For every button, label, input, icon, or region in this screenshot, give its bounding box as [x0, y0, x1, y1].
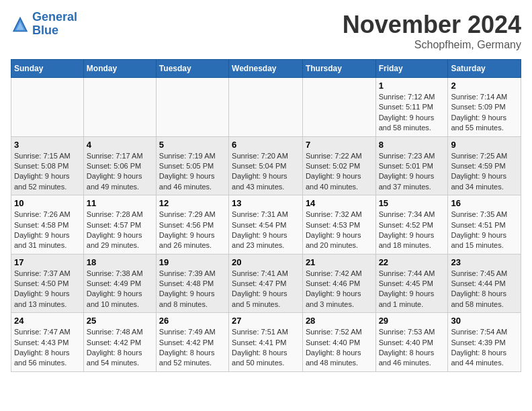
day-info: Sunrise: 7:48 AM Sunset: 4:42 PM Dayligh… — [87, 327, 153, 369]
calendar-day-cell: 1Sunrise: 7:12 AM Sunset: 5:11 PM Daylig… — [375, 78, 448, 137]
calendar-week-row: 10Sunrise: 7:26 AM Sunset: 4:58 PM Dayli… — [11, 195, 521, 255]
day-number: 29 — [379, 316, 445, 326]
calendar-day-cell: 15Sunrise: 7:34 AM Sunset: 4:52 PM Dayli… — [375, 195, 448, 255]
calendar-day-cell: 5Sunrise: 7:19 AM Sunset: 5:05 PM Daylig… — [156, 136, 228, 195]
location-title: Schopfheim, Germany — [343, 39, 521, 51]
calendar-day-cell — [83, 78, 156, 137]
calendar-day-cell: 11Sunrise: 7:28 AM Sunset: 4:57 PM Dayli… — [83, 195, 156, 255]
day-number: 5 — [159, 140, 226, 150]
calendar-week-row: 1Sunrise: 7:12 AM Sunset: 5:11 PM Daylig… — [11, 78, 521, 137]
calendar-day-cell: 20Sunrise: 7:41 AM Sunset: 4:47 PM Dayli… — [229, 254, 303, 313]
day-number: 28 — [306, 316, 373, 326]
weekday-header: Thursday — [302, 60, 375, 78]
weekday-header: Saturday — [448, 60, 521, 78]
day-info: Sunrise: 7:14 AM Sunset: 5:09 PM Dayligh… — [451, 92, 518, 134]
day-number: 20 — [232, 257, 300, 267]
day-info: Sunrise: 7:47 AM Sunset: 4:43 PM Dayligh… — [14, 327, 81, 369]
calendar-day-cell: 16Sunrise: 7:35 AM Sunset: 4:51 PM Dayli… — [448, 195, 521, 255]
calendar-day-cell: 4Sunrise: 7:17 AM Sunset: 5:06 PM Daylig… — [83, 136, 156, 195]
day-info: Sunrise: 7:45 AM Sunset: 4:44 PM Dayligh… — [451, 269, 518, 310]
calendar-week-row: 24Sunrise: 7:47 AM Sunset: 4:43 PM Dayli… — [11, 313, 521, 372]
day-number: 1 — [379, 81, 445, 91]
day-number: 4 — [87, 140, 153, 150]
calendar-day-cell: 3Sunrise: 7:15 AM Sunset: 5:08 PM Daylig… — [11, 136, 84, 195]
day-info: Sunrise: 7:17 AM Sunset: 5:06 PM Dayligh… — [87, 151, 153, 193]
calendar-day-cell: 14Sunrise: 7:32 AM Sunset: 4:53 PM Dayli… — [302, 195, 375, 255]
day-info: Sunrise: 7:29 AM Sunset: 4:56 PM Dayligh… — [159, 210, 226, 251]
day-number: 26 — [159, 316, 226, 326]
header: General Blue November 2024 Schopfheim, G… — [11, 11, 521, 51]
calendar-table: SundayMondayTuesdayWednesdayThursdayFrid… — [11, 59, 521, 372]
day-number: 3 — [14, 140, 81, 150]
calendar-day-cell: 9Sunrise: 7:25 AM Sunset: 4:59 PM Daylig… — [448, 136, 521, 195]
calendar-day-cell: 28Sunrise: 7:52 AM Sunset: 4:40 PM Dayli… — [302, 313, 375, 372]
calendar-day-cell: 12Sunrise: 7:29 AM Sunset: 4:56 PM Dayli… — [156, 195, 228, 255]
calendar-day-cell: 23Sunrise: 7:45 AM Sunset: 4:44 PM Dayli… — [448, 254, 521, 313]
weekday-header: Sunday — [11, 60, 84, 78]
day-info: Sunrise: 7:37 AM Sunset: 4:50 PM Dayligh… — [14, 269, 81, 310]
day-number: 21 — [306, 257, 373, 267]
logo: General Blue — [11, 11, 77, 38]
weekday-header: Tuesday — [156, 60, 228, 78]
day-info: Sunrise: 7:53 AM Sunset: 4:40 PM Dayligh… — [379, 327, 445, 369]
day-number: 10 — [14, 198, 81, 208]
day-info: Sunrise: 7:42 AM Sunset: 4:46 PM Dayligh… — [306, 269, 373, 310]
day-info: Sunrise: 7:35 AM Sunset: 4:51 PM Dayligh… — [451, 210, 518, 251]
day-info: Sunrise: 7:44 AM Sunset: 4:45 PM Dayligh… — [379, 269, 445, 310]
calendar-day-cell: 10Sunrise: 7:26 AM Sunset: 4:58 PM Dayli… — [11, 195, 84, 255]
calendar-day-cell: 7Sunrise: 7:22 AM Sunset: 5:02 PM Daylig… — [302, 136, 375, 195]
day-info: Sunrise: 7:12 AM Sunset: 5:11 PM Dayligh… — [379, 92, 445, 134]
calendar-day-cell — [302, 78, 375, 137]
month-title: November 2024 — [343, 11, 521, 39]
calendar-day-cell: 21Sunrise: 7:42 AM Sunset: 4:46 PM Dayli… — [302, 254, 375, 313]
calendar-day-cell: 19Sunrise: 7:39 AM Sunset: 4:48 PM Dayli… — [156, 254, 228, 313]
day-number: 15 — [379, 198, 445, 208]
calendar-day-cell — [229, 78, 303, 137]
day-number: 25 — [87, 316, 153, 326]
day-info: Sunrise: 7:22 AM Sunset: 5:02 PM Dayligh… — [306, 151, 373, 193]
calendar-day-cell: 25Sunrise: 7:48 AM Sunset: 4:42 PM Dayli… — [83, 313, 156, 372]
weekday-header: Wednesday — [229, 60, 303, 78]
day-number: 27 — [232, 316, 300, 326]
title-section: November 2024 Schopfheim, Germany — [343, 11, 521, 51]
day-info: Sunrise: 7:23 AM Sunset: 5:01 PM Dayligh… — [379, 151, 445, 193]
day-number: 17 — [14, 257, 81, 267]
day-info: Sunrise: 7:26 AM Sunset: 4:58 PM Dayligh… — [14, 210, 81, 251]
calendar-day-cell: 13Sunrise: 7:31 AM Sunset: 4:54 PM Dayli… — [229, 195, 303, 255]
day-number: 7 — [306, 140, 373, 150]
day-info: Sunrise: 7:39 AM Sunset: 4:48 PM Dayligh… — [159, 269, 226, 310]
day-number: 19 — [159, 257, 226, 267]
calendar-week-row: 17Sunrise: 7:37 AM Sunset: 4:50 PM Dayli… — [11, 254, 521, 313]
day-info: Sunrise: 7:51 AM Sunset: 4:41 PM Dayligh… — [232, 327, 300, 369]
logo-icon — [11, 15, 30, 34]
day-info: Sunrise: 7:52 AM Sunset: 4:40 PM Dayligh… — [306, 327, 373, 369]
calendar-day-cell: 17Sunrise: 7:37 AM Sunset: 4:50 PM Dayli… — [11, 254, 84, 313]
calendar-day-cell: 24Sunrise: 7:47 AM Sunset: 4:43 PM Dayli… — [11, 313, 84, 372]
calendar-day-cell: 26Sunrise: 7:49 AM Sunset: 4:42 PM Dayli… — [156, 313, 228, 372]
day-info: Sunrise: 7:15 AM Sunset: 5:08 PM Dayligh… — [14, 151, 81, 193]
calendar-day-cell: 2Sunrise: 7:14 AM Sunset: 5:09 PM Daylig… — [448, 78, 521, 137]
weekday-header: Monday — [83, 60, 156, 78]
day-number: 23 — [451, 257, 518, 267]
day-number: 11 — [87, 198, 153, 208]
weekday-header: Friday — [375, 60, 448, 78]
day-info: Sunrise: 7:54 AM Sunset: 4:39 PM Dayligh… — [451, 327, 518, 369]
day-number: 22 — [379, 257, 445, 267]
day-number: 6 — [232, 140, 300, 150]
day-number: 16 — [451, 198, 518, 208]
calendar-day-cell: 27Sunrise: 7:51 AM Sunset: 4:41 PM Dayli… — [229, 313, 303, 372]
day-number: 2 — [451, 81, 518, 91]
calendar-day-cell: 30Sunrise: 7:54 AM Sunset: 4:39 PM Dayli… — [448, 313, 521, 372]
day-number: 24 — [14, 316, 81, 326]
day-info: Sunrise: 7:49 AM Sunset: 4:42 PM Dayligh… — [159, 327, 226, 369]
day-number: 13 — [232, 198, 300, 208]
day-number: 14 — [306, 198, 373, 208]
calendar-week-row: 3Sunrise: 7:15 AM Sunset: 5:08 PM Daylig… — [11, 136, 521, 195]
day-info: Sunrise: 7:32 AM Sunset: 4:53 PM Dayligh… — [306, 210, 373, 251]
day-info: Sunrise: 7:41 AM Sunset: 4:47 PM Dayligh… — [232, 269, 300, 310]
calendar-day-cell — [11, 78, 84, 137]
day-info: Sunrise: 7:38 AM Sunset: 4:49 PM Dayligh… — [87, 269, 153, 310]
calendar-header-row: SundayMondayTuesdayWednesdayThursdayFrid… — [11, 60, 521, 78]
day-number: 18 — [87, 257, 153, 267]
day-number: 9 — [451, 140, 518, 150]
